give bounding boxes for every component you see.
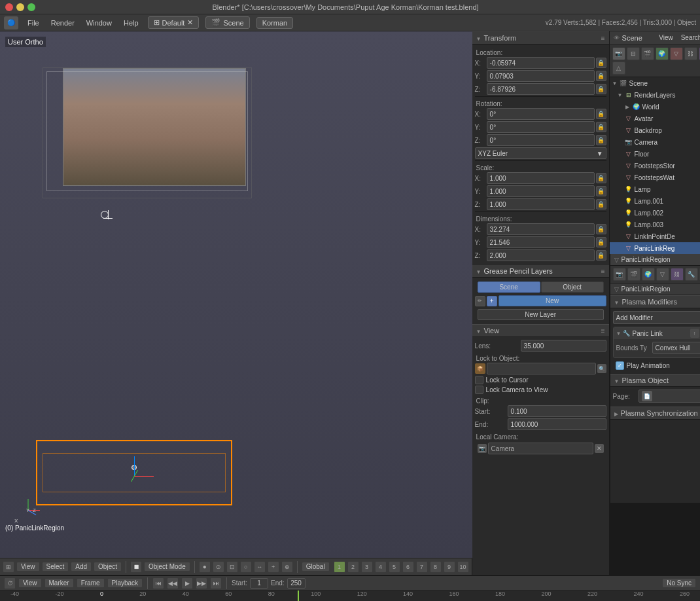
workspace-selector[interactable]: ⊞ Default ✕ [148,16,200,29]
layer1[interactable]: 1 [334,561,345,573]
scale-z-input[interactable]: 1.000 [487,198,595,210]
gp-draw-icon[interactable]: ✏ [475,296,485,306]
render-layers-icon[interactable]: ⊟ [627,47,640,60]
layer9[interactable]: 9 [444,561,455,573]
manipulator-icon[interactable]: + [268,561,279,573]
tree-linkinpoint[interactable]: ▽ LinkInPointDe 👁 ↗ 🔒 [610,230,700,242]
tree-lamp002[interactable]: 💡 Lamp.002 👁 ↗ 🔒 [610,207,700,219]
rot-x-input[interactable]: 0° [487,108,595,120]
tree-world[interactable]: ▶ 🌍 World [610,101,700,113]
gp-new-btn[interactable]: New [499,295,606,306]
gp-tab-scene[interactable]: Scene [478,282,540,293]
layer4[interactable]: 4 [375,561,387,573]
mod-modifiers-icon[interactable]: 🔧 [685,268,698,281]
engine-selector[interactable]: Korman [256,17,294,29]
mod-scene-icon[interactable]: 🎬 [627,268,640,281]
plasma-sync-header[interactable]: Plasma Synchronization ≡ [610,407,700,420]
blender-icon[interactable]: 🔵 [4,16,18,29]
object-menu-btn[interactable]: Object [94,562,122,572]
file-menu[interactable]: File [22,18,44,28]
plasma-object-header[interactable]: Plasma Object ≡ [610,374,700,387]
lock-cursor-checkbox[interactable] [475,376,483,384]
view-panel-menu-icon[interactable]: ≡ [601,327,605,335]
play-end-icon[interactable]: ⏭ [210,577,222,589]
minimize-button[interactable] [16,3,24,11]
constraints-icon[interactable]: ⛓ [684,47,697,60]
scene-settings-icon[interactable]: 🎬 [641,47,654,60]
layer10[interactable]: 10 [457,561,469,573]
play-anim-checkbox[interactable]: ✓ [616,361,624,370]
scale-x-input[interactable]: 1.000 [487,172,595,184]
dim-z-lock[interactable]: 🔒 [596,250,606,261]
viewport-shading-icon[interactable]: ● [199,561,211,573]
gp-tab-object[interactable]: Object [541,282,604,293]
layer7[interactable]: 7 [416,561,428,573]
object-settings-icon[interactable]: ▽ [670,47,683,60]
window-menu[interactable]: Window [81,18,117,28]
rot-y-lock[interactable]: 🔒 [596,122,606,132]
play-icon[interactable]: ▶ [181,577,193,589]
tree-lamp003[interactable]: 💡 Lamp.003 👁 ↗ 🔒 [610,219,700,230]
tree-scene[interactable]: ▼ 🎬 Scene [610,77,700,89]
tree-floor[interactable]: ▽ Floor | 👁 ↗ 🔒 [610,148,700,160]
timeline-playback-btn[interactable]: Playback [107,578,143,588]
viewport-overlay-icon[interactable]: ⊙ [213,561,224,573]
add-menu-btn[interactable]: Add [71,562,92,572]
snap-icon[interactable]: ⊡ [226,561,238,573]
gp-menu-icon[interactable]: ≡ [601,268,605,275]
transform-panel-menu-icon[interactable]: ≡ [601,35,605,42]
grease-pencil-header[interactable]: Grease Pencil Layers ≡ [472,265,609,278]
dim-x-lock[interactable]: 🔒 [596,224,606,234]
end-frame-input[interactable]: 250 [287,578,306,589]
layer2[interactable]: 2 [347,561,359,573]
lock-obj-input[interactable] [487,363,596,374]
scale-x-lock[interactable]: 🔒 [596,173,606,183]
rot-z-input[interactable]: 0° [487,134,595,146]
add-modifier-dropdown[interactable]: Add Modifier ▼ [613,311,700,324]
play-reverse-icon[interactable]: ⏮ [152,577,164,589]
world-settings-icon[interactable]: 🌍 [656,47,669,60]
lens-input[interactable]: 35.000 [521,340,606,352]
layer3[interactable]: 3 [361,561,373,573]
viewport-icon[interactable]: ⊞ [3,561,14,573]
view-panel-header[interactable]: View ≡ [472,324,609,337]
loc-x-input[interactable]: -0.05974 [487,57,595,69]
start-frame-input[interactable]: 1 [250,578,268,589]
dim-z-input[interactable]: 2.000 [487,249,595,261]
lock-camera-checkbox[interactable] [475,386,483,394]
timeline-view-btn[interactable]: View [18,578,42,588]
layer8[interactable]: 8 [430,561,442,573]
tree-footsteps-wat[interactable]: ▽ FootstepsWat 👁 ↗ 🔒 [610,172,700,183]
page-input[interactable]: 📄 [639,390,700,403]
dim-y-input[interactable]: 21.546 [487,236,595,248]
outliner-search-tab[interactable]: Search [678,33,700,43]
dim-x-input[interactable]: 32.274 [487,223,595,235]
maximize-button[interactable] [27,3,35,11]
clip-end-input[interactable]: 1000.000 [508,418,606,430]
loc-x-lock[interactable]: 🔒 [596,58,606,68]
scale-y-lock[interactable]: 🔒 [596,186,606,196]
transform-panel-header[interactable]: Transform ≡ [472,31,609,45]
mod-render-icon[interactable]: 📷 [613,268,626,281]
prev-frame-icon[interactable]: ◀◀ [167,577,179,589]
gp-add-icon[interactable]: + [487,296,497,306]
tree-lamp[interactable]: 💡 Lamp | 👁 ↗ 🔒 [610,183,700,195]
bounds-type-val[interactable]: Convex Hull ▼ [652,342,700,354]
layer6[interactable]: 6 [402,561,414,573]
mode-selector[interactable]: Object Mode [144,562,190,572]
tree-renderlayers[interactable]: ▼ ⊟ RenderLayers 👁 [610,89,700,101]
layer5[interactable]: 5 [389,561,400,573]
transform-icon[interactable]: ↔ [254,561,266,573]
timeline-frame-btn[interactable]: Frame [77,578,105,588]
tree-paniclinkreg[interactable]: ▽ PanicLinkReg 👁 ↗ 🔒 [610,242,700,254]
dim-y-lock[interactable]: 🔒 [596,237,606,247]
close-button[interactable] [5,3,13,11]
gp-new-layer-btn[interactable]: New Layer [478,309,604,320]
timeline-ruler[interactable]: -40 -20 0 20 40 60 80 100 120 140 160 18… [0,591,700,601]
data-icon[interactable]: △ [612,62,625,75]
scale-y-input[interactable]: 1.000 [487,185,595,197]
loc-z-lock[interactable]: 🔒 [596,84,606,94]
clip-start-input[interactable]: 0.100 [508,405,606,417]
mod-constraints-icon[interactable]: ⛓ [671,268,684,281]
rot-z-lock[interactable]: 🔒 [596,135,606,145]
